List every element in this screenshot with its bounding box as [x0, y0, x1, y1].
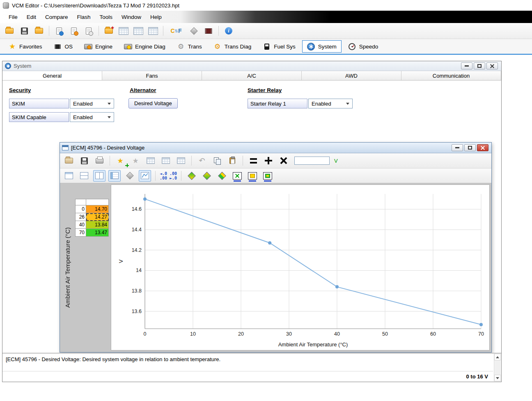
flash-arrows-icon: ⇅	[175, 29, 178, 33]
file-history-icon	[86, 28, 92, 35]
open-file-button[interactable]	[3, 25, 16, 37]
ribbon-tab-speedo[interactable]: Speedo	[343, 40, 383, 53]
scroll-down-button[interactable]	[494, 375, 501, 381]
close-button[interactable]	[486, 62, 498, 69]
color-scale-button[interactable]	[186, 170, 198, 182]
table-view-button[interactable]	[108, 170, 121, 182]
minimize-button[interactable]	[452, 144, 463, 151]
increment-button[interactable]	[262, 155, 275, 166]
menu-item-tools[interactable]: Tools	[95, 14, 117, 20]
paste-button[interactable]	[226, 155, 238, 166]
graph-view-button[interactable]	[139, 170, 151, 182]
ribbon-tab-engine-diag[interactable]: Engine Diag	[119, 40, 170, 53]
value-cell[interactable]: 13.47	[86, 229, 109, 237]
multiply-button[interactable]	[277, 155, 290, 166]
file-history-button[interactable]	[83, 25, 95, 37]
axis-cell[interactable]: 26	[76, 213, 86, 221]
data-point[interactable]	[143, 197, 147, 200]
flash-cf-button[interactable]: C ⇅ F	[167, 25, 185, 37]
axis-cell[interactable]: 0	[76, 205, 86, 213]
param-starter-relay-1[interactable]: Starter Relay 1	[248, 99, 307, 108]
description-scrollbar[interactable]	[494, 354, 501, 381]
flash-c-icon: C	[170, 28, 174, 34]
menu-item-file[interactable]: File	[4, 14, 22, 20]
save-table-button[interactable]	[78, 155, 90, 166]
flat-color-button[interactable]	[216, 170, 228, 182]
split-vertical-button[interactable]	[93, 170, 105, 182]
table-tool-2-button[interactable]	[132, 25, 144, 37]
compare-table-1-button[interactable]	[144, 155, 157, 166]
file-info-button[interactable]	[53, 25, 65, 37]
remove-favorite-button[interactable]: ★	[129, 155, 142, 166]
menu-item-help[interactable]: Help	[146, 14, 166, 20]
ribbon-tab-os[interactable]: OS	[49, 40, 78, 53]
open-folder-button[interactable]	[33, 25, 45, 37]
data-point[interactable]	[479, 323, 483, 326]
highlight-border-button[interactable]	[261, 170, 274, 182]
add-favorite-button[interactable]: ★	[114, 155, 126, 166]
ribbon-tab-favorites[interactable]: ★ Favorites	[3, 40, 47, 53]
highlight-x-button[interactable]	[231, 170, 243, 182]
set-equal-button[interactable]	[247, 155, 259, 166]
param-skim-capable[interactable]: SKIM Capable	[9, 112, 69, 122]
highlight-fill-icon	[248, 172, 257, 180]
save-button[interactable]	[18, 25, 30, 37]
maximize-button[interactable]	[474, 62, 485, 69]
favorites-folder-button[interactable]: ★	[103, 25, 115, 37]
copy-button[interactable]	[211, 155, 223, 166]
highlight-fill-button[interactable]	[246, 170, 259, 182]
tab-general[interactable]: General	[2, 71, 102, 80]
decrease-decimals-button[interactable]: ◄.0 .00	[160, 171, 177, 176]
info-button[interactable]: i	[222, 25, 235, 37]
skim-select[interactable]: Enabled	[70, 99, 114, 108]
ribbon-tab-trans[interactable]: ⚙ Trans	[172, 40, 207, 53]
ribbon-tab-fuel-sys[interactable]: Fuel Sys	[258, 40, 300, 53]
print-table-button[interactable]	[93, 155, 105, 166]
ribbon-tab-label: Engine Diag	[135, 44, 165, 50]
close-button[interactable]	[477, 144, 488, 151]
tab-communication[interactable]: Communication	[401, 71, 501, 80]
read-vehicle-button[interactable]	[188, 25, 200, 37]
single-pane-button[interactable]	[63, 170, 75, 182]
compare-table-3-button[interactable]	[175, 155, 187, 166]
plus-icon	[265, 157, 272, 164]
data-point[interactable]	[268, 241, 271, 244]
table-tool-3-button[interactable]	[147, 25, 159, 37]
toolbar-separator	[218, 26, 219, 36]
value-cell[interactable]: 13.84	[86, 221, 109, 229]
param-skim[interactable]: SKIM	[9, 99, 69, 108]
ribbon-tab-trans-diag[interactable]: ⚙ Trans Diag	[209, 40, 257, 53]
maximize-button[interactable]	[464, 144, 476, 151]
axis-cell[interactable]: 40	[76, 221, 86, 229]
data-point[interactable]	[335, 285, 339, 288]
value-cell[interactable]: 14.27	[86, 213, 109, 221]
ribbon-tab-system[interactable]: System	[302, 40, 342, 53]
tab-fans[interactable]: Fans	[102, 71, 202, 80]
scroll-up-button[interactable]	[494, 354, 501, 360]
compare-table-2-button[interactable]	[160, 155, 172, 166]
open-table-button[interactable]	[63, 155, 75, 166]
menu-item-compare[interactable]: Compare	[41, 14, 73, 20]
write-vehicle-button[interactable]	[202, 25, 215, 37]
starter-relay-select[interactable]: Enabled	[308, 99, 353, 108]
menu-item-edit[interactable]: Edit	[22, 14, 41, 20]
value-cell[interactable]: 14.70	[86, 205, 109, 213]
color-scale-alt-button[interactable]	[201, 170, 213, 182]
table-tool-1-button[interactable]	[117, 25, 130, 37]
split-horizontal-button[interactable]	[78, 170, 90, 182]
value-entry-input[interactable]	[294, 157, 330, 165]
menu-item-flash[interactable]: Flash	[73, 14, 95, 20]
data-table: 014.702614.274013.847013.47	[75, 199, 109, 237]
surface-view-button[interactable]	[124, 170, 136, 182]
desired-voltage-button[interactable]: Desired Voltage	[128, 98, 178, 108]
skim-capable-select[interactable]: Enabled	[70, 112, 114, 122]
tab-ac[interactable]: A/C	[202, 71, 302, 80]
menu-item-window[interactable]: Window	[117, 14, 146, 20]
minimize-button[interactable]	[461, 62, 472, 69]
tab-awd[interactable]: AWD	[302, 71, 401, 80]
axis-cell[interactable]: 70	[76, 229, 86, 237]
compare-button[interactable]	[68, 25, 80, 37]
ribbon-tab-engine[interactable]: Engine	[79, 40, 117, 53]
undo-button[interactable]: ↶	[196, 155, 208, 166]
increase-decimals-button[interactable]: .00 ►.0	[160, 176, 177, 180]
